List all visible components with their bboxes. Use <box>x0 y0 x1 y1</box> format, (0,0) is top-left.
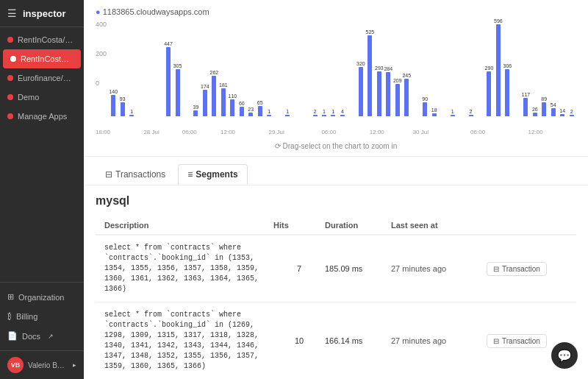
tab-segments[interactable]: ≡Segments <box>178 164 247 185</box>
chart-url: 1183865.cloudwaysapps.com <box>96 7 576 16</box>
bar-value: 1 <box>268 109 270 114</box>
table-row: select * from `contracts` where `contrac… <box>96 235 576 302</box>
bar-value: 23 <box>248 107 254 112</box>
bar-value: 39 <box>193 105 199 110</box>
bar <box>496 24 501 116</box>
transaction-label: Transaction <box>502 265 540 273</box>
bar <box>432 113 437 116</box>
time-label: 18:00 <box>96 129 110 135</box>
sidebar-user[interactable]: VB Valerio Barbera ▸ <box>0 350 84 379</box>
row-last-seen: 27 minutes ago <box>391 336 487 345</box>
sidebar-item-demo[interactable]: Demo <box>0 88 84 107</box>
sidebar-bottom: ⊞Organization₿Billing📄Docs↗ <box>0 282 84 350</box>
sidebar-bottom-item-docs[interactable]: 📄Docs↗ <box>0 326 84 346</box>
bar-value: 596 <box>494 18 503 24</box>
bar-value: 14 <box>559 108 565 113</box>
hamburger-icon[interactable]: ☰ <box>7 7 17 19</box>
bar <box>386 72 390 116</box>
user-chevron-icon: ▸ <box>73 361 76 369</box>
y-label-200: 200 <box>96 50 107 57</box>
bar-group: 596 <box>494 18 503 116</box>
bottom-item-label: Organization <box>18 293 64 302</box>
col-description: Description <box>104 221 273 230</box>
sidebar-item-label: Manage Apps <box>18 112 67 121</box>
transaction-button[interactable]: ⊟Transaction <box>487 262 547 276</box>
bar-value: 1 <box>332 109 335 114</box>
dot-icon <box>7 75 13 81</box>
bar-group: 245 <box>402 73 411 116</box>
sidebar-bottom-item-billing[interactable]: ₿Billing <box>0 307 84 326</box>
tab-transactions[interactable]: ⊟Transactions <box>96 164 175 185</box>
bar-value: 54 <box>551 102 556 107</box>
row-duration: 166.14 ms <box>325 336 391 345</box>
bar <box>340 115 345 116</box>
bar-group: 1 <box>448 109 456 116</box>
dot-icon <box>7 94 13 100</box>
bar-value: 140 <box>109 89 118 94</box>
sidebar-item-manage-apps[interactable]: Manage Apps <box>0 107 84 126</box>
sidebar-bottom-item-organization[interactable]: ⊞Organization <box>0 287 84 307</box>
bar-value: 1 <box>451 109 454 114</box>
sidebar-item-eurofinance-prod[interactable]: Eurofinance/PROD <box>0 68 84 88</box>
bar-value: 26 <box>532 107 538 112</box>
time-label: 28 Jul <box>143 129 159 135</box>
bar-group <box>457 108 466 116</box>
bar-group: 181 <box>219 82 228 116</box>
row-description: select * from `contracts` where `contrac… <box>104 243 273 294</box>
bar-value: 2 <box>570 109 573 114</box>
bar <box>377 71 381 116</box>
bar <box>404 79 409 116</box>
transaction-button[interactable]: ⊟Transaction <box>487 334 547 348</box>
bar <box>423 102 427 116</box>
bar-group: 4 <box>338 109 347 116</box>
bar-group: 262 <box>209 70 218 116</box>
bar-value: 305 <box>173 63 182 68</box>
tabs-bar: ⊟Transactions≡Segments <box>84 157 588 185</box>
bar <box>176 69 180 116</box>
organization-icon: ⊞ <box>7 292 14 302</box>
bar-value: 1 <box>323 109 326 114</box>
bar-value: 2 <box>470 109 473 114</box>
bar-value: 110 <box>228 93 237 99</box>
bar <box>523 98 528 116</box>
table-row: select * from `contracts` where `contrac… <box>96 302 576 379</box>
bar <box>469 115 473 116</box>
bar <box>331 115 335 116</box>
sidebar-item-label: Demo <box>18 93 39 102</box>
bar-group: 23 <box>246 107 255 116</box>
bar-value: 93 <box>120 96 126 102</box>
sidebar-item-label: RentInCosta/Sorr... <box>21 54 74 63</box>
chart-area: 1183865.cloudwaysapps.com 400 200 0 1409… <box>84 0 588 157</box>
bar-value: 89 <box>541 96 547 102</box>
sidebar-item-rentincosta-sorr[interactable]: RentInCosta/Sorr... <box>3 49 81 68</box>
sidebar-item-rentincosta-efisio[interactable]: RentInCosta/Efisio <box>0 30 84 49</box>
bar-value: 174 <box>201 84 209 89</box>
bar <box>359 67 363 116</box>
time-labels: 18:0028 Jul06:0012:0029 Jul06:0012:0030 … <box>96 129 576 139</box>
bar <box>542 102 546 116</box>
bar-group <box>347 108 356 116</box>
bar <box>267 115 271 116</box>
bar-group: 14 <box>558 108 567 116</box>
bar-group: 39 <box>191 105 200 116</box>
bar <box>111 95 115 116</box>
bar-group: 65 <box>256 100 265 116</box>
time-label: 12:00 <box>370 129 384 135</box>
bottom-item-label: Docs <box>22 332 40 341</box>
transaction-icon: ⊟ <box>493 265 499 273</box>
bar-group <box>512 108 521 116</box>
y-label-400: 400 <box>96 21 107 28</box>
time-label: 06:00 <box>321 129 336 135</box>
docs-icon: 📄 <box>7 331 18 341</box>
chat-bubble[interactable]: 💬 <box>551 342 578 369</box>
time-label: 12:00 <box>220 129 235 135</box>
time-label: 29 Jul <box>268 129 284 135</box>
bar-value: 18 <box>431 107 437 113</box>
sidebar-item-label: Eurofinance/PROD <box>18 74 76 82</box>
bar-group: 89 <box>539 96 548 116</box>
bar-group <box>273 108 282 116</box>
y-label-0: 0 <box>96 79 99 87</box>
table-rows: select * from `contracts` where `contrac… <box>96 235 576 379</box>
bar-group: 447 <box>164 41 173 116</box>
user-name: Valerio Barbera <box>28 361 68 369</box>
